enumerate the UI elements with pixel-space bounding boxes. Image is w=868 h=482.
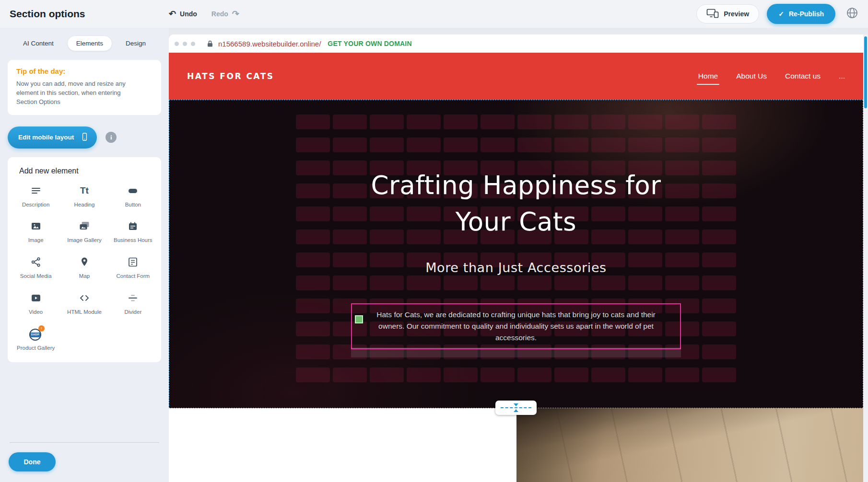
hero-tile	[296, 115, 330, 129]
element-divider[interactable]: Divider	[109, 291, 157, 316]
hero-tile	[444, 138, 478, 152]
tab-ai-content[interactable]: AI Content	[14, 36, 62, 51]
arrow-up-icon	[514, 409, 518, 412]
hero-tile	[296, 161, 330, 175]
hero-subheading[interactable]: More than Just Accessories	[169, 260, 863, 275]
undo-redo-group: ↶ Undo Redo ↷	[169, 10, 239, 18]
window-dot	[183, 42, 187, 46]
element-label: Divider	[124, 309, 141, 316]
next-section-blank[interactable]	[169, 408, 516, 482]
browser-chrome: n1566589.websitebuilder.online/ GET YOUR…	[169, 34, 863, 53]
element-image[interactable]: Image	[12, 219, 60, 244]
topbar: Section options ↶ Undo Redo ↷ Preview ✓ …	[0, 0, 868, 28]
hero-tile	[702, 161, 736, 175]
business-hours-icon	[127, 219, 139, 233]
hero-tile	[407, 115, 441, 129]
nav-contact-us[interactable]: Contact us	[785, 72, 821, 80]
edit-mobile-layout-button[interactable]: Edit mobile layout	[8, 126, 97, 149]
next-section-photo[interactable]	[516, 408, 863, 482]
hero-tile	[665, 275, 699, 290]
element-html-module[interactable]: HTML Module	[60, 291, 108, 316]
preview-button[interactable]: Preview	[696, 4, 759, 23]
redo-label: Redo	[211, 10, 228, 18]
element-label: Video	[29, 309, 43, 316]
edit-mobile-label: Edit mobile layout	[18, 134, 74, 141]
language-globe-button[interactable]	[843, 5, 861, 23]
hero-tile	[333, 367, 367, 382]
sidebar-footer: Done	[0, 442, 169, 482]
element-label: Social Media	[20, 273, 52, 280]
hero-tile	[702, 230, 736, 244]
hero-tile	[444, 115, 478, 129]
hero-paragraph-text: Hats for Cats, we are dedicated to craft…	[365, 309, 667, 344]
section-options-sidebar: AI Content Elements Design Tip of the da…	[0, 28, 169, 482]
hero-tile	[702, 207, 736, 221]
republish-button[interactable]: ✓ Re-Publish	[767, 4, 835, 24]
element-label: Description	[22, 201, 50, 208]
html-code-icon	[79, 291, 90, 305]
add-element-title: Add new element	[19, 167, 157, 175]
preview-label: Preview	[724, 10, 749, 18]
element-business-hours[interactable]: Business Hours	[109, 219, 157, 244]
redo-button[interactable]: Redo ↷	[211, 10, 239, 18]
element-contact-form[interactable]: Contact Form	[109, 255, 157, 280]
tip-of-the-day-card: Tip of the day: Now you can add, move an…	[8, 60, 161, 115]
hero-tile	[628, 367, 662, 382]
element-grid: Description Tt Heading Button	[12, 184, 157, 352]
site-logo[interactable]: Hats for Cats	[187, 71, 274, 81]
hero-section-selected[interactable]: Crafting Happiness for Your Cats More th…	[169, 100, 863, 408]
element-product-gallery[interactable]: SHOP ↑ Product Gallery	[12, 327, 60, 352]
element-heading[interactable]: Tt Heading	[60, 184, 108, 208]
tab-design[interactable]: Design	[117, 36, 154, 51]
phone-icon	[80, 132, 89, 143]
section-resize-handle[interactable]	[495, 401, 537, 415]
hero-tile	[554, 367, 588, 382]
hero-tile	[517, 115, 551, 129]
hero-tile	[591, 275, 625, 290]
hero-paragraph-selected[interactable]: Hats for Cats, we are dedicated to craft…	[351, 303, 681, 349]
element-button[interactable]: Button	[109, 184, 157, 208]
element-placeholder-bar	[351, 347, 681, 357]
hero-tile	[296, 207, 330, 221]
element-label: Product Gallery	[17, 344, 55, 352]
hero-tile	[702, 138, 736, 152]
info-icon[interactable]: i	[106, 132, 117, 143]
tab-elements[interactable]: Elements	[67, 35, 112, 51]
nav-about-us[interactable]: About Us	[736, 72, 767, 80]
undo-button[interactable]: ↶ Undo	[169, 10, 197, 18]
hero-tile	[554, 138, 588, 152]
scrollbar-thumb[interactable]	[864, 36, 867, 108]
element-image-gallery[interactable]: Image Gallery	[60, 219, 108, 244]
hero-tile	[333, 115, 367, 129]
hero-tile	[407, 367, 441, 382]
hero-tile	[407, 275, 441, 290]
done-button[interactable]: Done	[9, 452, 56, 471]
hero-tile	[481, 115, 515, 129]
description-icon	[30, 184, 42, 197]
divider-icon	[127, 291, 139, 305]
hero-tile	[296, 367, 330, 382]
element-map[interactable]: Map	[60, 255, 108, 280]
hero-tile	[591, 138, 625, 152]
check-icon: ✓	[778, 10, 784, 18]
element-video[interactable]: Video	[12, 291, 60, 316]
site-url[interactable]: n1566589.websitebuilder.online/	[218, 40, 321, 48]
nav-home[interactable]: Home	[698, 72, 718, 80]
undo-label: Undo	[180, 10, 197, 18]
globe-icon	[846, 7, 858, 21]
element-label: Map	[79, 273, 90, 280]
element-description[interactable]: Description	[12, 184, 60, 208]
hero-tile	[665, 138, 699, 152]
element-social-media[interactable]: Social Media	[12, 255, 60, 280]
hero-heading[interactable]: Crafting Happiness for Your Cats	[348, 167, 684, 241]
hero-tile	[296, 230, 330, 244]
drag-handle-icon[interactable]	[355, 315, 363, 323]
hero-tile	[517, 138, 551, 152]
nav-more-ellipsis[interactable]: ...	[839, 72, 845, 80]
hero-tile	[481, 367, 515, 382]
get-your-own-domain-link[interactable]: GET YOUR OWN DOMAIN	[328, 40, 411, 47]
site-header[interactable]: Hats for Cats Home About Us Contact us .…	[169, 53, 863, 100]
new-badge-icon: ↑	[38, 325, 45, 332]
element-label: Contact Form	[116, 273, 150, 280]
hero-tile	[370, 138, 404, 152]
